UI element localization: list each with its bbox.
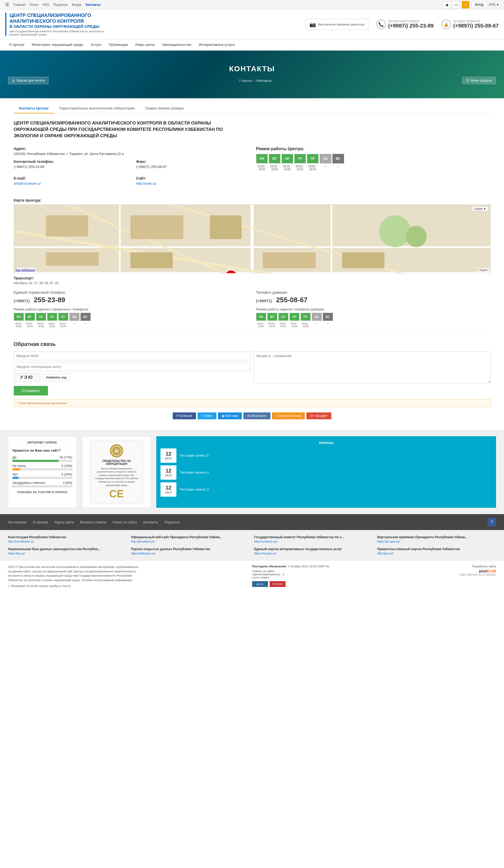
hamburger-icon[interactable]: ☰	[5, 2, 9, 7]
announcement-item-1[interactable]: 12 июл Тестовая запись 5	[161, 448, 492, 463]
language-selector[interactable]: РУС ▾	[489, 3, 499, 7]
footer-link-open-data-url[interactable]: https://data.gov.uz/	[131, 552, 250, 555]
nav-contacts[interactable]: Контакты	[86, 3, 101, 7]
footer-update-area: Последнее обновление: 1 Ноября 2018, 18:…	[252, 565, 372, 587]
googleplus-button[interactable]: G+ Google+	[306, 412, 331, 419]
footer-nav-contacts[interactable]: Контакты	[143, 520, 158, 524]
footer-link-gov-portal-url[interactable]: http://gov.uz/	[377, 552, 496, 555]
myworld-button[interactable]: ◉ Мой мир	[218, 412, 242, 419]
footer-nav-subscribe[interactable]: Подписка	[164, 520, 180, 524]
twitter-button[interactable]: t Twitter	[198, 412, 216, 419]
poll-option-unsure-label: Затрудняюсь ответить 0 (0%)	[12, 481, 72, 485]
facebook-button[interactable]: f Facebook	[173, 412, 196, 419]
page-heading: ЦЕНТР СПЕЦИАЛИЗИРОВАННОГО АНАЛИТИЧЕСКОГО…	[14, 120, 241, 139]
mainnav-publications[interactable]: Публикации	[105, 40, 132, 50]
login-button[interactable]: ВХОД	[471, 2, 487, 8]
email-label: E-mail:	[14, 176, 126, 180]
odnoklassniki-button[interactable]: о Одноклассники	[272, 412, 305, 419]
trust-day-thu: ЧТ	[289, 313, 299, 321]
announcement-item-2[interactable]: 12 июл Тестовая запись 4	[161, 465, 492, 480]
message-textarea[interactable]	[254, 351, 491, 383]
svg-rect-11	[130, 215, 183, 239]
footer-link-president-url[interactable]: http://president.uz/	[131, 540, 250, 543]
mainnav-infocenter[interactable]: Инфо центр	[132, 40, 158, 50]
info-grid: Адрес: 100100; Республика Узбекистан, г.…	[14, 146, 491, 193]
footer-facebook-icon[interactable]: f	[487, 518, 496, 526]
mainnav-services[interactable]: Услуги	[87, 40, 105, 50]
footer-link-interactive-services-url[interactable]: https://my.gov.uz/	[254, 552, 373, 555]
map-directions-link[interactable]: Как добраться	[15, 268, 35, 272]
email-value[interactable]: arid@uznature.uz	[14, 182, 126, 185]
footer-link-virtual-reception-url[interactable]: https://pm.gov.uz/	[377, 540, 496, 543]
nav-forum[interactable]: Форум	[72, 3, 81, 7]
svg-text:УЗ: УЗ	[115, 450, 119, 453]
site-value[interactable]: http://csak.uz	[136, 182, 248, 185]
svg-rect-16	[342, 252, 384, 268]
contact-phone-label: КОНТАКТНЫЙ ТЕЛЕФОН	[388, 20, 434, 23]
mainnav-monitoring[interactable]: Мониторинг окружающей среды	[28, 40, 87, 50]
breadcrumb-separator: ›	[254, 79, 255, 83]
nav-search[interactable]: Поиск	[30, 3, 38, 7]
print-button[interactable]: 🖨 Версия для печати	[8, 77, 49, 84]
facebook-icon: f	[176, 414, 177, 418]
virtual-director-button[interactable]: 📷 Виртуальная приёмная директора	[305, 19, 368, 30]
bottom-widgets: Интернет-опрос Нравится ли Вам наш сайт?…	[0, 430, 504, 514]
footer-link-interactive-services: Единый портал интерактивных государствен…	[254, 547, 373, 555]
footer-nav-sitemap[interactable]: Карта сайта	[54, 520, 74, 524]
submit-button[interactable]: Отправить	[14, 386, 48, 395]
announcement-month-2: июл	[165, 474, 172, 477]
trust-day-tue: ВТ	[267, 313, 277, 321]
trust-day-wed: СР	[278, 313, 288, 321]
top-nav-links: ☰ Главная Поиск RSS Подписка Форум Конта…	[5, 2, 101, 7]
contact-phone-value: (+9987i) 255-23-89	[388, 23, 434, 29]
footer-link-gov-portal: Правительственный портал Республики Узбе…	[377, 547, 496, 555]
hotline-left: Единый справочный телефон: (+99871) 255-…	[14, 290, 248, 328]
tab-reception-schedule[interactable]: График приёма граждан	[140, 104, 189, 113]
vkontakte-button[interactable]: vk ВКонтакте	[244, 412, 270, 419]
mainnav-about[interactable]: О Центре	[5, 40, 28, 50]
hotline-grid: Единый справочный телефон: (+99871) 255-…	[14, 290, 491, 328]
footer-link-constitution-url[interactable]: http://constitution.uz	[8, 540, 127, 543]
address-label: Адрес:	[14, 146, 248, 151]
change-code-button[interactable]: Изменить код	[43, 374, 70, 381]
footer-nav-search[interactable]: Поиск по сайту	[113, 520, 137, 524]
trust-phone-label: ТЕЛЕФОН ДОВЕРИЯ	[453, 20, 499, 23]
prev-icon-btn[interactable]: ◀	[443, 1, 450, 9]
poll-bar-bg-unsure	[12, 485, 72, 487]
hotline-day-mon: ПН	[14, 313, 24, 321]
announcements-widget: Анонсы 12 июл Тестовая запись 5 12 июл Т…	[156, 436, 496, 508]
footer-warning[interactable]: ⚠ Внимание! Если Вы нашли ошибку в текст…	[8, 584, 247, 588]
fio-input[interactable]	[14, 351, 250, 360]
footer-nav-home[interactable]: На главную	[8, 520, 27, 524]
tab-territorial-labs[interactable]: Территориальные аналитические лаборатори…	[54, 104, 140, 113]
breadcrumb-home[interactable]: Главная	[239, 79, 252, 83]
menu-section-button[interactable]: ☰ Меню раздела	[462, 77, 496, 84]
footer-nav-about[interactable]: О Центре	[33, 520, 48, 524]
hotline-time-sun: —	[81, 322, 91, 328]
mainnav-interactive[interactable]: Интерактивные услуги	[195, 40, 239, 50]
footer-dev-area: Разработка сайта pixelCraft Сайт работае…	[377, 565, 496, 576]
announcement-item-3[interactable]: 12 июл Тестовая запись 3	[161, 482, 492, 497]
sun-icon-btn[interactable]: ☀	[462, 1, 469, 9]
tab-contacts-center[interactable]: Контакты Центра	[14, 104, 54, 113]
yandex-label: Яндекс	[478, 268, 489, 272]
phone-value: (+99871) 255-23-89	[14, 165, 126, 169]
footer-link-legislation-url[interactable]: https://lex.uz/	[8, 552, 127, 555]
social-bar: f Facebook t Twitter ◉ Мой мир vk ВКонта…	[14, 407, 491, 425]
poll-bar-yes	[12, 460, 59, 462]
cert-mock: УЗ СВИДЕТЕЛЬСТВО ОБ АККРЕДИТАЦИИ Центр с…	[90, 441, 143, 504]
map-container[interactable]: Схема ▼ Яндекс Как добраться	[14, 205, 491, 273]
monitor-icon-btn[interactable]: ▭	[452, 1, 460, 9]
schedule-label: Режим работы Центра:	[256, 146, 491, 151]
email-input[interactable]	[14, 362, 250, 371]
footer-nav-faq[interactable]: Вопросы-ответы	[80, 520, 106, 524]
nav-home[interactable]: Главная	[13, 3, 25, 7]
nav-subscribe[interactable]: Подписка	[53, 3, 68, 7]
footer-link-gov-committee-url[interactable]: http://uznature.uz/	[254, 540, 373, 543]
map-schema-button[interactable]: Схема ▼	[471, 206, 488, 211]
site-label: Сайт:	[136, 176, 248, 180]
hotline-time-thu: 09:00 - 18:00	[47, 322, 57, 328]
contact-phone-item: 📞 КОНТАКТНЫЙ ТЕЛЕФОН (+9987i) 255-23-89	[376, 20, 434, 29]
mainnav-legislation[interactable]: Законодательство	[158, 40, 195, 50]
nav-rss[interactable]: RSS	[43, 3, 49, 7]
